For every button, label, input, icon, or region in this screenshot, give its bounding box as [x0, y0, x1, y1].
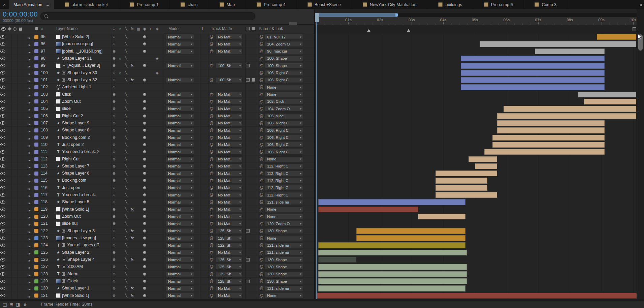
track-matte-pickwhip-icon[interactable]	[210, 156, 214, 163]
blend-mode-select[interactable]: Normal	[166, 127, 194, 133]
layer-solo-toggle[interactable]	[11, 292, 17, 299]
layer-audio-toggle[interactable]	[6, 278, 11, 285]
track-matte-select[interactable]: No Mat	[216, 221, 243, 226]
layer-lock-toggle[interactable]	[17, 134, 23, 141]
work-area-bar[interactable]	[317, 13, 397, 17]
layer-lock-toggle[interactable]	[17, 69, 23, 76]
layer-visibility-toggle[interactable]	[0, 163, 6, 170]
fx-switch-icon[interactable]: fx	[130, 235, 135, 242]
time-ruler[interactable]: 01s02s03s04s05s06s07s08s09s10s	[315, 17, 637, 25]
layer-visibility-toggle[interactable]	[0, 249, 6, 256]
anchor-switch-icon[interactable]: ⊕	[111, 191, 117, 198]
panel-menu-icon[interactable]: ≡	[46, 2, 49, 7]
motion-blur-switch-icon[interactable]	[143, 215, 146, 218]
layer-name[interactable]: slide null	[62, 220, 111, 227]
layer-name[interactable]: Right Cut 2	[62, 113, 111, 120]
layer-row[interactable]: 99[Adjust... Layer 3]⊕╲fxNormal100. Sh10…	[0, 62, 314, 69]
layer-solo-toggle[interactable]	[11, 170, 17, 177]
parent-pickwhip-icon[interactable]	[259, 271, 263, 278]
track-matte-pickwhip-icon[interactable]	[210, 292, 214, 299]
layer-solo-toggle[interactable]	[11, 242, 17, 249]
track-matte-pickwhip-icon[interactable]	[210, 76, 214, 84]
layer-name[interactable]: Clock	[67, 278, 111, 285]
layer-duration-bar[interactable]	[436, 178, 488, 183]
layer-label-chip[interactable]	[34, 135, 38, 140]
track-matte-pickwhip-icon[interactable]	[210, 134, 214, 141]
parent-pickwhip-icon[interactable]	[259, 76, 263, 84]
motion-blur-switch-icon[interactable]	[143, 186, 146, 189]
layer-audio-toggle[interactable]	[6, 48, 11, 55]
layer-label-chip[interactable]	[34, 114, 38, 118]
track-matte-pickwhip-icon[interactable]	[210, 263, 214, 270]
track-matte-select[interactable]: 125. Sh	[216, 264, 243, 270]
quality-switch-icon[interactable]: ╲	[124, 220, 129, 227]
collapse-switch-icon[interactable]: ☼	[118, 69, 123, 76]
parent-select[interactable]: None	[265, 207, 303, 212]
track-matte-pickwhip-icon[interactable]	[210, 62, 214, 69]
quality-switch-icon[interactable]: ╲	[124, 156, 129, 163]
anchor-switch-icon[interactable]: ⊕	[111, 55, 117, 62]
parent-pickwhip-icon[interactable]	[259, 120, 263, 127]
layer-name[interactable]: Shape Layer 30	[67, 69, 111, 76]
blend-mode-select[interactable]: Normal	[166, 271, 194, 277]
layer-audio-toggle[interactable]	[6, 33, 11, 40]
anchor-switch-icon[interactable]: ⊕	[111, 271, 117, 278]
track-matte-pickwhip-icon[interactable]	[210, 105, 214, 112]
anchor-switch-icon[interactable]: ⊕	[111, 213, 117, 220]
layer-visibility-toggle[interactable]	[0, 55, 6, 62]
motion-blur-switch-icon[interactable]	[143, 244, 146, 247]
layer-audio-toggle[interactable]	[6, 40, 11, 48]
layer-name[interactable]: Your al...goes off.	[67, 242, 111, 249]
track-matte-pickwhip-icon[interactable]	[210, 242, 214, 249]
parent-pickwhip-icon[interactable]	[259, 91, 263, 98]
layer-label-chip[interactable]	[34, 99, 38, 103]
layer-lock-toggle[interactable]	[17, 76, 23, 84]
expand-in-out-button[interactable]: ◨	[16, 302, 20, 307]
blend-mode-select[interactable]: Normal	[166, 63, 194, 68]
motion-blur-switch-icon[interactable]	[143, 208, 146, 211]
parent-select[interactable]: 106. Right C	[265, 77, 303, 83]
anchor-switch-icon[interactable]: ⊕	[111, 33, 117, 40]
layer-visibility-toggle[interactable]	[0, 33, 6, 40]
layer-visibility-toggle[interactable]	[0, 48, 6, 55]
parent-select[interactable]: 130. Shape	[265, 264, 303, 270]
tab-newyork-city-manhattan[interactable]: NewYork-City-Manhattan	[352, 0, 427, 9]
track-matte-pickwhip-icon[interactable]	[210, 170, 214, 177]
anchor-switch-icon[interactable]: ⊕	[111, 184, 117, 191]
layer-name[interactable]: 8:00 AM	[67, 263, 111, 270]
layer-duration-bar[interactable]	[461, 56, 605, 61]
layer-solo-toggle[interactable]	[11, 163, 17, 170]
layer-visibility-toggle[interactable]	[0, 127, 6, 134]
layer-visibility-toggle[interactable]	[0, 91, 6, 98]
fx-switch-icon[interactable]: fx	[130, 76, 135, 84]
blend-mode-select[interactable]: Normal	[166, 92, 194, 97]
fx-switch-icon[interactable]: fx	[130, 285, 135, 292]
layer-visibility-toggle[interactable]	[0, 105, 6, 112]
motion-blur-switch-icon[interactable]	[143, 143, 146, 146]
layer-lock-toggle[interactable]	[17, 105, 23, 112]
layer-row[interactable]: 103Click⊕╲NormalNo MatNone	[0, 91, 314, 98]
layer-audio-toggle[interactable]	[6, 163, 11, 170]
layer-lock-toggle[interactable]	[17, 40, 23, 48]
layer-audio-toggle[interactable]	[6, 84, 11, 91]
parent-select[interactable]: 106. Right C	[265, 120, 303, 126]
layer-label-chip[interactable]	[34, 121, 38, 125]
layer-duration-bar[interactable]	[318, 207, 418, 212]
quality-switch-icon[interactable]: ╲	[124, 55, 129, 62]
track-matte-select[interactable]: No Mat	[216, 34, 243, 40]
layer-label-chip[interactable]	[34, 193, 38, 197]
3d-switch-icon[interactable]: ◈	[155, 69, 160, 76]
track-matte-select[interactable]: 125. Sh	[216, 278, 243, 284]
layer-lock-toggle[interactable]	[17, 91, 23, 98]
anchor-switch-icon[interactable]: ⊕	[111, 156, 117, 163]
parent-pickwhip-icon[interactable]	[259, 134, 263, 141]
layer-lock-toggle[interactable]	[17, 285, 23, 292]
layer-solo-toggle[interactable]	[11, 148, 17, 155]
layer-solo-toggle[interactable]	[11, 62, 17, 69]
layer-visibility-toggle[interactable]	[0, 191, 6, 198]
layer-label-chip[interactable]	[34, 42, 38, 46]
parent-select[interactable]: 100. Shape	[265, 63, 303, 68]
layer-duration-bar[interactable]	[475, 163, 497, 169]
current-timecode[interactable]: 0:00:00:00	[3, 10, 38, 18]
blend-mode-select[interactable]: Normal	[166, 34, 194, 40]
